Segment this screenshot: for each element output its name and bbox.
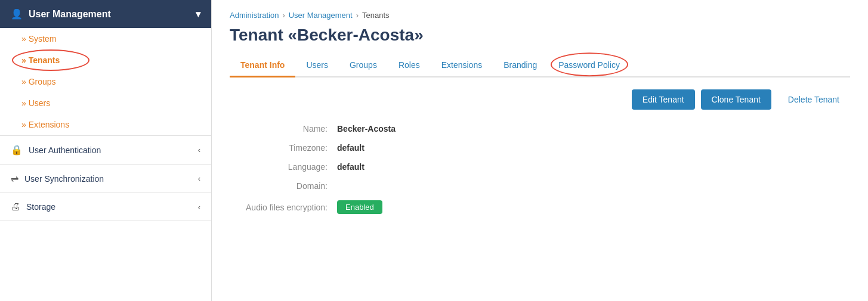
tab-tenant-info[interactable]: Tenant Info bbox=[230, 54, 295, 77]
tab-password-policy[interactable]: Password Policy bbox=[548, 54, 631, 77]
main-content: Administration › User Management › Tenan… bbox=[212, 0, 868, 301]
breadcrumb: Administration › User Management › Tenan… bbox=[230, 11, 850, 20]
breadcrumb-user-management[interactable]: User Management bbox=[289, 11, 353, 20]
field-row-timezone: Timezone: default bbox=[230, 143, 850, 153]
sidebar-category-user-auth[interactable]: 🔒 User Authentication ‹ bbox=[0, 136, 211, 165]
sync-icon: ⇌ bbox=[11, 173, 18, 184]
sidebar-header-user-management[interactable]: 👤 User Management ▾ bbox=[0, 0, 211, 28]
sidebar-management-items: » System » Tenants » Groups » Users » Ex… bbox=[0, 28, 211, 136]
storage-chevron-icon: ‹ bbox=[198, 203, 200, 212]
field-row-audio-encryption: Audio files encryption: Enabled bbox=[230, 200, 850, 214]
field-label-language: Language: bbox=[230, 162, 337, 172]
user-auth-chevron-icon: ‹ bbox=[198, 145, 200, 154]
action-row: Edit Tenant Clone Tenant Delete Tenant bbox=[230, 89, 850, 110]
chevron-down-icon: ▾ bbox=[196, 8, 200, 20]
field-label-name: Name: bbox=[230, 124, 337, 134]
breadcrumb-administration[interactable]: Administration bbox=[230, 11, 279, 20]
field-row-language: Language: default bbox=[230, 162, 850, 172]
tab-users[interactable]: Users bbox=[295, 54, 339, 77]
breadcrumb-tenants: Tenants bbox=[362, 11, 390, 20]
status-badge-enabled: Enabled bbox=[337, 200, 382, 214]
sidebar-item-groups[interactable]: » Groups bbox=[0, 71, 211, 92]
sidebar: 👤 User Management ▾ » System » Tenants »… bbox=[0, 0, 212, 301]
user-auth-label: User Authentication bbox=[29, 145, 101, 155]
tabs-bar: Tenant Info Users Groups Roles Extension… bbox=[230, 54, 850, 77]
user-sync-label: User Synchronization bbox=[24, 174, 104, 184]
storage-label: Storage bbox=[26, 202, 55, 212]
user-management-icon: 👤 bbox=[11, 8, 23, 20]
field-value-name: Becker-Acosta bbox=[337, 124, 396, 134]
sidebar-item-system[interactable]: » System bbox=[0, 28, 211, 49]
tenant-fields: Name: Becker-Acosta Timezone: default La… bbox=[230, 124, 850, 214]
clone-tenant-button[interactable]: Clone Tenant bbox=[701, 89, 771, 110]
tab-branding[interactable]: Branding bbox=[493, 54, 548, 77]
tab-roles[interactable]: Roles bbox=[388, 54, 431, 77]
sidebar-item-extensions[interactable]: » Extensions bbox=[0, 114, 211, 135]
tab-extensions[interactable]: Extensions bbox=[431, 54, 493, 77]
field-value-language: default bbox=[337, 162, 365, 172]
sidebar-header-label: User Management bbox=[29, 9, 111, 20]
sidebar-item-users[interactable]: » Users bbox=[0, 92, 211, 114]
tab-groups[interactable]: Groups bbox=[339, 54, 388, 77]
storage-icon: 🖨 bbox=[11, 201, 20, 212]
field-label-domain: Domain: bbox=[230, 181, 337, 191]
lock-icon: 🔒 bbox=[11, 144, 23, 156]
edit-tenant-button[interactable]: Edit Tenant bbox=[632, 89, 695, 110]
field-value-timezone: default bbox=[337, 143, 365, 153]
field-row-domain: Domain: bbox=[230, 181, 850, 191]
field-label-timezone: Timezone: bbox=[230, 143, 337, 153]
sidebar-category-user-sync[interactable]: ⇌ User Synchronization ‹ bbox=[0, 165, 211, 193]
field-row-name: Name: Becker-Acosta bbox=[230, 124, 850, 134]
field-label-audio-encryption: Audio files encryption: bbox=[230, 203, 337, 212]
page-title: Tenant «Becker-Acosta» bbox=[230, 26, 850, 45]
user-sync-chevron-icon: ‹ bbox=[198, 174, 200, 183]
delete-tenant-button[interactable]: Delete Tenant bbox=[777, 89, 850, 110]
sidebar-item-tenants[interactable]: » Tenants bbox=[0, 49, 211, 71]
sidebar-category-storage[interactable]: 🖨 Storage ‹ bbox=[0, 193, 211, 221]
